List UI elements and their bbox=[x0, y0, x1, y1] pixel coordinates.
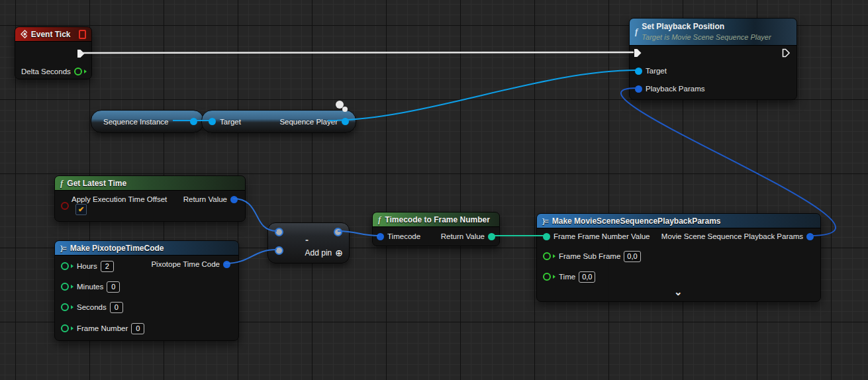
node-subtitle: Target is Movie Scene Sequence Player bbox=[642, 32, 771, 42]
add-pin-button[interactable]: Add pin ⊕ bbox=[305, 248, 343, 258]
exec-wire[interactable] bbox=[80, 52, 633, 53]
subtract-operator: - bbox=[305, 234, 309, 245]
time-input-pin[interactable] bbox=[543, 273, 551, 281]
node-title: Set Playback Position bbox=[642, 21, 771, 32]
seconds-value-field[interactable]: 0 bbox=[110, 302, 123, 313]
pin-label-return-value: Return Value bbox=[183, 195, 227, 203]
timecode-to-frame-number-header[interactable]: f Timecode to Frame Number bbox=[373, 213, 499, 227]
node-make-pixotope-timecode[interactable]: }= Make PixotopeTimeCode Hours 2 Minutes… bbox=[54, 240, 239, 341]
target-input-pin[interactable] bbox=[209, 118, 216, 125]
pin-arrow bbox=[84, 70, 87, 73]
pin-label-movie-scene-sequence-playback-params: Movie Scene Sequence Playback Params bbox=[661, 232, 803, 240]
pin-label-frame-sub-frame: Frame Sub Frame bbox=[559, 252, 620, 260]
node-title: Timecode to Frame Number bbox=[385, 215, 489, 224]
apply-execution-time-offset-checkbox[interactable]: ✔ bbox=[75, 204, 87, 215]
pin-label-seconds: Seconds bbox=[77, 303, 107, 311]
hours-input-pin[interactable] bbox=[61, 262, 69, 270]
frame-sub-frame-input-pin[interactable] bbox=[543, 252, 551, 260]
apply-execution-time-offset-pin[interactable] bbox=[61, 202, 69, 210]
node-get-latest-time[interactable]: f Get Latest Time Apply Execution Time O… bbox=[54, 175, 246, 222]
editor-only-icon bbox=[79, 30, 86, 39]
time-value-field[interactable]: 0,0 bbox=[579, 271, 595, 283]
return-value-output-pin[interactable] bbox=[488, 233, 495, 240]
pin-arrow bbox=[71, 264, 73, 268]
event-tick-header[interactable]: Event Tick bbox=[15, 27, 91, 42]
pin-label-apply-execution-time-offset: Apply Execution Time Offset bbox=[72, 195, 167, 203]
pin-label-pixotope-time-code: Pixotope Time Code bbox=[151, 260, 220, 268]
pin-label-frame-frame-number-value: Frame Frame Number Value bbox=[554, 232, 650, 240]
exec-output-pin[interactable] bbox=[782, 48, 791, 58]
playback-params-output-pin[interactable] bbox=[806, 233, 814, 240]
comment-bubble-icon[interactable] bbox=[333, 99, 350, 114]
frame-sub-frame-value-field[interactable]: 0,0 bbox=[624, 251, 640, 262]
frame-number-value-field[interactable]: 0 bbox=[131, 323, 144, 334]
function-icon: f bbox=[60, 178, 63, 189]
subtract-output-pin[interactable] bbox=[334, 228, 342, 236]
function-icon: f bbox=[635, 26, 638, 37]
sequence-player-output-pin[interactable] bbox=[342, 118, 349, 125]
add-pin-label: Add pin bbox=[305, 248, 332, 258]
return-value-output-pin[interactable] bbox=[230, 196, 238, 203]
subtract-input-pin-a[interactable] bbox=[275, 228, 283, 236]
make-pixotope-timecode-header[interactable]: }= Make PixotopeTimeCode bbox=[55, 241, 238, 256]
variable-label: Sequence Instance bbox=[103, 118, 168, 126]
pin-arrow bbox=[71, 305, 73, 309]
check-icon: ✔ bbox=[78, 205, 84, 214]
node-title: Event Tick bbox=[31, 30, 71, 39]
node-subtract[interactable]: - Add pin ⊕ bbox=[267, 222, 350, 263]
exec-input-pin[interactable] bbox=[634, 48, 643, 58]
blueprint-graph-canvas[interactable]: Event Tick Delta Seconds Sequence Instan… bbox=[0, 0, 868, 380]
minutes-value-field[interactable]: 0 bbox=[107, 281, 120, 293]
frame-frame-number-value-input-pin[interactable] bbox=[543, 233, 550, 240]
pin-label-delta-seconds: Delta Seconds bbox=[21, 68, 71, 75]
hours-value-field[interactable]: 2 bbox=[101, 261, 114, 272]
node-timecode-to-frame-number[interactable]: f Timecode to Frame Number Timecode Retu… bbox=[372, 212, 500, 246]
pin-label-target: Target bbox=[220, 118, 241, 126]
expand-node-chevron[interactable]: ⌄ bbox=[674, 289, 683, 295]
pin-label-minutes: Minutes bbox=[77, 283, 103, 291]
exec-output-pin[interactable] bbox=[77, 49, 86, 58]
pin-arrow bbox=[553, 254, 555, 258]
object-wire-sequence-player[interactable] bbox=[328, 70, 637, 120]
delta-seconds-pin[interactable] bbox=[74, 68, 82, 75]
node-title: Make PixotopeTimeCode bbox=[70, 244, 164, 253]
make-struct-icon: }= bbox=[542, 217, 548, 225]
node-set-playback-position[interactable]: f Set Playback Position Target is Movie … bbox=[629, 18, 797, 100]
pin-label-return-value: Return Value bbox=[441, 232, 485, 240]
make-struct-icon: }= bbox=[60, 244, 66, 252]
node-sequence-instance[interactable]: Sequence Instance bbox=[91, 110, 204, 133]
node-make-movie-scene-sequence-playback-params[interactable]: }= Make MovieSceneSequencePlaybackParams… bbox=[536, 213, 821, 302]
node-title: Make MovieSceneSequencePlaybackParams bbox=[552, 216, 721, 226]
frame-number-input-pin[interactable] bbox=[61, 324, 69, 332]
pin-arrow bbox=[71, 285, 73, 289]
target-input-pin[interactable] bbox=[635, 68, 642, 75]
pin-label-frame-number: Frame Number bbox=[77, 324, 128, 332]
pin-label-hours: Hours bbox=[77, 262, 97, 270]
pin-label-timecode: Timecode bbox=[387, 232, 420, 240]
pin-label-target: Target bbox=[646, 67, 667, 75]
pin-label-sequence-player: Sequence Player bbox=[279, 118, 338, 126]
pin-label-time: Time bbox=[559, 273, 575, 281]
sequence-instance-output-pin[interactable] bbox=[190, 118, 197, 125]
timecode-input-pin[interactable] bbox=[377, 233, 384, 240]
event-icon bbox=[21, 30, 27, 38]
subtract-input-pin-b[interactable] bbox=[275, 246, 283, 255]
make-playback-params-header[interactable]: }= Make MovieSceneSequencePlaybackParams bbox=[537, 214, 820, 228]
pin-arrow bbox=[71, 326, 73, 330]
set-playback-position-header[interactable]: f Set Playback Position Target is Movie … bbox=[630, 19, 796, 46]
node-title: Get Latest Time bbox=[67, 179, 126, 188]
playback-params-input-pin[interactable] bbox=[635, 85, 642, 93]
function-icon: f bbox=[378, 214, 381, 225]
minutes-input-pin[interactable] bbox=[61, 283, 69, 291]
node-event-tick[interactable]: Event Tick Delta Seconds bbox=[15, 26, 92, 79]
pin-label-playback-params: Playback Params bbox=[646, 85, 704, 93]
add-pin-icon: ⊕ bbox=[335, 248, 343, 258]
pixotope-time-code-output-pin[interactable] bbox=[223, 261, 230, 268]
get-latest-time-header[interactable]: f Get Latest Time bbox=[55, 176, 245, 191]
seconds-input-pin[interactable] bbox=[61, 303, 69, 311]
pin-arrow bbox=[553, 275, 555, 279]
